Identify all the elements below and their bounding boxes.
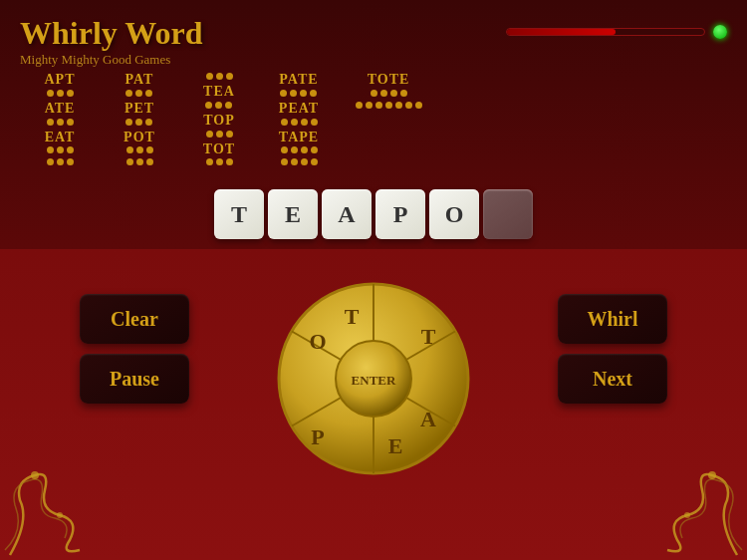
- letter-wheel[interactable]: T T A E P O ENTER: [274, 279, 473, 478]
- dot: [67, 119, 74, 126]
- dot: [380, 90, 387, 97]
- dot: [67, 158, 74, 165]
- word-column-2: PAT PET POT: [100, 72, 179, 165]
- dot: [311, 119, 318, 126]
- word-entry-dots4: [281, 157, 318, 165]
- dot: [226, 131, 233, 138]
- word-label-eat: EAT: [45, 130, 76, 146]
- word-dots-1: [47, 158, 74, 165]
- current-word-display: T E A P O: [214, 189, 533, 239]
- word-column-4: PATE PEAT TAPE: [259, 72, 339, 165]
- letter-tile-2[interactable]: E: [268, 189, 318, 239]
- word-label-pat: PAT: [125, 72, 154, 89]
- next-button[interactable]: Next: [558, 354, 667, 404]
- dot: [311, 146, 318, 153]
- svg-text:T: T: [421, 324, 436, 349]
- letter-tile-3[interactable]: A: [322, 189, 372, 239]
- dot: [400, 90, 407, 97]
- dot: [215, 102, 222, 109]
- dot: [67, 146, 74, 153]
- word-column-1: APT ATE EAT: [20, 72, 100, 165]
- dot: [146, 158, 153, 165]
- dot: [145, 119, 152, 126]
- svg-text:O: O: [309, 329, 326, 354]
- dot: [281, 119, 288, 126]
- dot: [125, 119, 132, 126]
- dot: [67, 90, 74, 97]
- dot: [57, 146, 64, 153]
- dot: [136, 158, 143, 165]
- pause-button[interactable]: Pause: [80, 354, 189, 404]
- wheel-svg[interactable]: T T A E P O ENTER: [274, 279, 473, 478]
- word-dots-4: [281, 158, 318, 165]
- progress-bar-fill: [507, 29, 616, 35]
- letter-tile-5[interactable]: O: [429, 189, 479, 239]
- dot: [47, 146, 54, 153]
- dot: [47, 158, 54, 165]
- dot: [281, 158, 288, 165]
- dot: [125, 90, 132, 97]
- dot: [375, 102, 382, 109]
- letter-tile-1[interactable]: T: [214, 189, 264, 239]
- dot: [47, 90, 54, 97]
- word-entry-tote: TOTE: [368, 72, 410, 97]
- dot: [405, 102, 412, 109]
- word-dots-tote: [371, 90, 407, 97]
- word-entry-tape: TAPE: [279, 130, 319, 154]
- dot: [205, 102, 212, 109]
- word-dots-top: [206, 131, 233, 138]
- app-title: Whirly Word: [20, 15, 202, 52]
- word-dots-3: [206, 73, 233, 80]
- word-label-apt: APT: [45, 72, 76, 89]
- dot: [146, 146, 153, 153]
- progress-bar-background: [506, 28, 705, 36]
- dot: [371, 90, 377, 97]
- word-dots-5: [356, 102, 422, 109]
- title-area: Whirly Word Mighty Mighty Good Games: [20, 15, 202, 68]
- dot: [366, 102, 373, 109]
- word-dots-tea: [205, 102, 232, 109]
- word-entry-apt: APT: [45, 72, 76, 97]
- dot: [225, 102, 232, 109]
- dot: [135, 90, 142, 97]
- bottom-section: Clear Pause Whirl Next: [0, 249, 747, 560]
- svg-text:P: P: [311, 424, 324, 449]
- dot: [310, 90, 317, 97]
- word-label-pet: PET: [124, 101, 154, 118]
- dot: [206, 73, 213, 80]
- words-grid: APT ATE EAT: [20, 72, 727, 165]
- word-label-pate: PATE: [279, 72, 318, 89]
- word-entry-top: TOP: [203, 113, 235, 138]
- dot: [216, 158, 223, 165]
- word-dots-tape: [281, 146, 318, 153]
- word-label-tot: TOT: [203, 141, 235, 158]
- word-column-5: TOTE: [339, 72, 438, 165]
- svg-text:ENTER: ENTER: [352, 373, 396, 388]
- word-entry-pet: PET: [124, 101, 154, 126]
- letter-tile-4[interactable]: P: [375, 189, 425, 239]
- word-label-ate: ATE: [45, 101, 76, 118]
- word-entry-eat: EAT: [45, 130, 76, 154]
- dot: [136, 146, 143, 153]
- dot: [206, 158, 213, 165]
- dot: [356, 102, 363, 109]
- word-column-3: TEA TOP TOT: [179, 72, 259, 165]
- dot: [281, 146, 288, 153]
- word-dots-2: [126, 158, 153, 165]
- dot: [126, 146, 133, 153]
- word-entry-dots5: [356, 101, 422, 109]
- letter-tile-6[interactable]: [483, 189, 533, 239]
- clear-button[interactable]: Clear: [80, 294, 189, 344]
- dot: [415, 102, 422, 109]
- svg-point-18: [684, 512, 690, 518]
- word-dots-pot: [126, 146, 153, 153]
- word-label-tape: TAPE: [279, 130, 319, 146]
- whirl-button[interactable]: Whirl: [558, 294, 667, 344]
- svg-text:E: E: [388, 433, 403, 458]
- word-entry-tea: TEA: [203, 84, 235, 109]
- flourish-right: [627, 460, 747, 560]
- progress-indicator-dot: [713, 25, 727, 39]
- app-subtitle: Mighty Mighty Good Games: [20, 52, 202, 68]
- dot: [57, 119, 64, 126]
- word-entry-pot: POT: [124, 130, 155, 154]
